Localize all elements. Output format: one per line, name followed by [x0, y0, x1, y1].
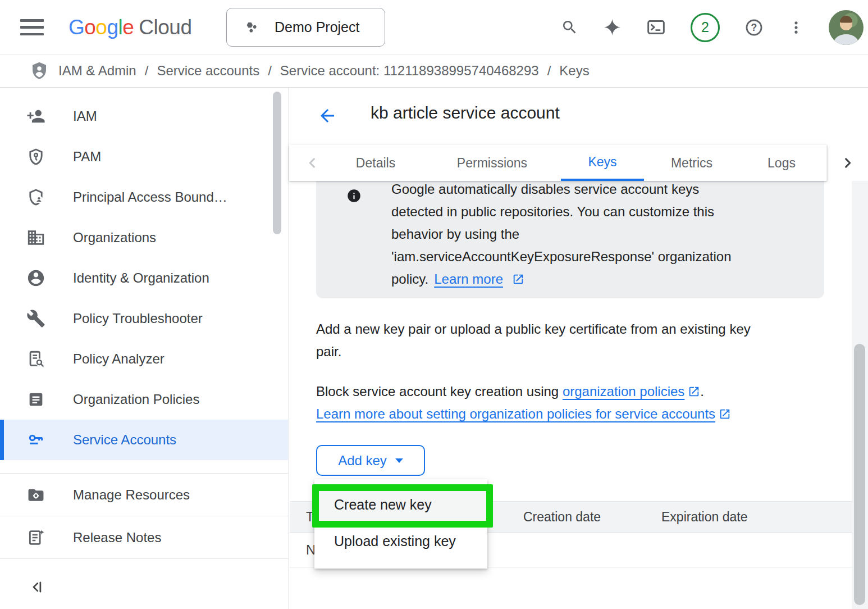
- column-header-expiration-date: Expiration date: [661, 510, 747, 525]
- project-hexagons-icon: [243, 19, 260, 36]
- sidebar-item-policy-analyzer[interactable]: Policy Analyzer: [0, 339, 288, 379]
- sidebar-item-identity-organization[interactable]: Identity & Organization: [0, 258, 288, 298]
- organization-policies-link[interactable]: organization policies: [563, 384, 684, 399]
- logo-letter: G: [68, 16, 84, 39]
- menu-item-create-new-key[interactable]: Create new key: [314, 486, 487, 523]
- logo-letter: g: [107, 16, 118, 39]
- sidebar-item-manage-resources[interactable]: Manage Resources: [0, 474, 288, 516]
- breadcrumb-service-account-id[interactable]: Service account: 112118938995740468293: [280, 63, 539, 79]
- add-key-dropdown-menu: Create new key Upload existing key: [314, 479, 487, 569]
- block-text: Block service account key creation using…: [316, 380, 838, 425]
- sidebar-item-organization-policies[interactable]: Organization Policies: [0, 379, 288, 420]
- sidebar-item-policy-troubleshooter[interactable]: Policy Troubleshooter: [0, 298, 288, 339]
- add-key-label: Add key: [338, 453, 387, 469]
- notification-count: 2: [701, 19, 709, 35]
- sidebar-item-label: Policy Analyzer: [73, 351, 165, 367]
- caret-down-icon: [395, 458, 403, 463]
- breadcrumb: IAM & Admin / Service accounts / Service…: [0, 54, 868, 88]
- logo-letter: e: [122, 16, 134, 39]
- help-icon[interactable]: ?: [744, 18, 764, 37]
- gemini-sparkle-icon[interactable]: [603, 18, 622, 37]
- svg-text:?: ?: [751, 21, 757, 33]
- sidebar-item-label: Release Notes: [73, 530, 161, 546]
- sidebar-item-label: IAM: [73, 108, 97, 124]
- domain-icon: [26, 228, 45, 247]
- org-policies-learn-more-link[interactable]: Learn more about setting organization po…: [316, 406, 715, 421]
- shield-key-icon: [26, 147, 45, 166]
- sidebar-scrollbar[interactable]: [273, 92, 281, 234]
- sidebar-item-label: Organizations: [73, 230, 156, 246]
- main-scrollbar[interactable]: [854, 344, 865, 605]
- column-header-creation-date: Creation date: [523, 510, 601, 525]
- sidebar-item-label: PAM: [73, 149, 101, 165]
- sidebar-item-principal-access-boundary[interactable]: Principal Access Bound…: [0, 177, 288, 217]
- info-banner: Google automatically disables service ac…: [316, 181, 824, 298]
- logo-letter: l: [118, 16, 123, 39]
- tab-keys[interactable]: Keys: [561, 145, 644, 181]
- doc-sparkle-icon: [26, 528, 45, 547]
- info-icon: [346, 188, 362, 203]
- tabs-scroll-left-icon[interactable]: [296, 145, 328, 181]
- sidebar-item-label: Principal Access Bound…: [73, 189, 227, 205]
- sidebar-item-iam[interactable]: IAM: [0, 96, 288, 137]
- tabs-scroll-right-icon[interactable]: [827, 145, 868, 181]
- tab-bar: Details Permissions Keys Metrics Logs: [289, 145, 827, 181]
- breadcrumb-separator: /: [539, 63, 560, 79]
- page-header: kb article service account: [289, 88, 868, 145]
- sidebar-item-label: Manage Resources: [73, 487, 190, 503]
- sidebar-nav: IAM PAM Principal Access Bound… Organiza…: [0, 88, 289, 609]
- notifications-badge[interactable]: 2: [691, 13, 720, 42]
- external-link-icon: [688, 385, 700, 398]
- search-icon[interactable]: [561, 19, 578, 36]
- service-account-key-icon: [26, 430, 45, 449]
- sidebar-item-release-notes[interactable]: Release Notes: [0, 516, 288, 558]
- sidebar-item-label: Organization Policies: [73, 392, 199, 407]
- tab-metrics[interactable]: Metrics: [644, 145, 739, 181]
- project-selector[interactable]: Demo Project: [226, 8, 385, 47]
- tab-details[interactable]: Details: [328, 145, 423, 181]
- google-cloud-logo: Google Cloud: [68, 0, 192, 54]
- logo-letter: o: [95, 16, 107, 39]
- shield-person-icon: [26, 188, 45, 207]
- project-name: Demo Project: [275, 19, 359, 35]
- back-arrow-icon[interactable]: [317, 106, 337, 126]
- sidebar-item-service-accounts[interactable]: Service Accounts: [0, 420, 288, 460]
- cloud-shell-icon[interactable]: [646, 17, 666, 37]
- sidebar-item-label: Service Accounts: [73, 432, 176, 448]
- column-header-type: T: [306, 510, 314, 525]
- breadcrumb-current-keys: Keys: [559, 63, 589, 79]
- topbar: Google Cloud Demo Project 2: [0, 0, 868, 54]
- menu-item-upload-existing-key[interactable]: Upload existing key: [314, 523, 487, 559]
- breadcrumb-separator: /: [259, 63, 280, 79]
- sidebar-divider: [0, 558, 288, 559]
- page-title: kb article service account: [371, 103, 560, 122]
- sidebar-item-label: Identity & Organization: [73, 270, 209, 286]
- menu-icon[interactable]: [20, 19, 44, 35]
- breadcrumb-service-accounts[interactable]: Service accounts: [157, 63, 259, 79]
- iam-shield-icon: [29, 60, 49, 81]
- sidebar-item-pam[interactable]: PAM: [0, 137, 288, 177]
- wrench-icon: [26, 309, 45, 328]
- folder-gear-icon: [26, 485, 45, 505]
- topbar-actions: 2 ?: [561, 0, 864, 54]
- tab-logs[interactable]: Logs: [739, 145, 824, 181]
- breadcrumb-separator: /: [136, 63, 157, 79]
- collapse-sidebar-icon[interactable]: [28, 579, 45, 596]
- account-circle-icon: [26, 269, 45, 288]
- external-link-icon: [512, 273, 524, 285]
- tab-permissions[interactable]: Permissions: [423, 145, 561, 181]
- add-key-button[interactable]: Add key: [316, 445, 425, 476]
- doc-search-icon: [26, 349, 45, 369]
- keys-tab-content: Google automatically disables service ac…: [289, 181, 868, 609]
- learn-more-link[interactable]: Learn more: [434, 268, 503, 290]
- main-panel: kb article service account Details Permi…: [289, 88, 868, 609]
- logo-letter: o: [84, 16, 95, 39]
- doc-lines-icon: [26, 390, 45, 409]
- more-options-icon[interactable]: [788, 20, 804, 35]
- intro-text: Add a new key pair or upload a public ke…: [316, 318, 838, 363]
- breadcrumb-iam-admin[interactable]: IAM & Admin: [58, 63, 136, 79]
- sidebar-item-organizations[interactable]: Organizations: [0, 217, 288, 258]
- sidebar-item-label: Policy Troubleshooter: [73, 311, 203, 326]
- avatar[interactable]: [829, 10, 864, 45]
- logo-cloud-text: Cloud: [139, 16, 191, 39]
